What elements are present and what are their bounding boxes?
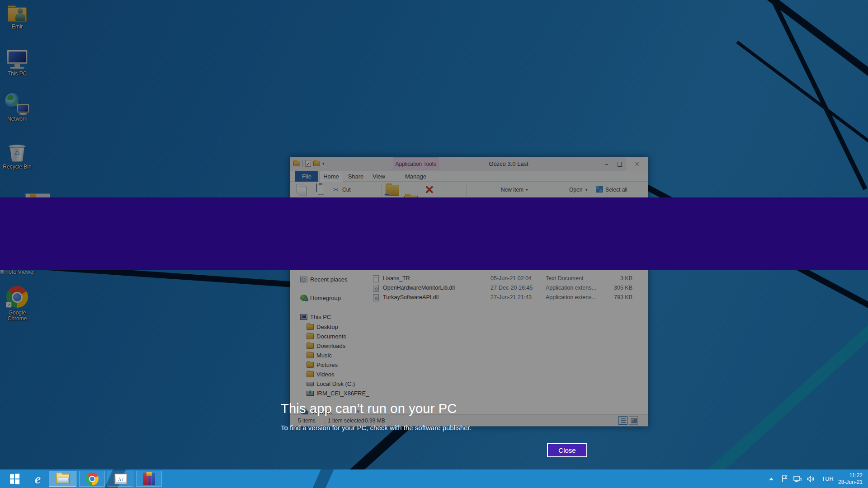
network-status-icon[interactable] <box>793 475 802 483</box>
app-cant-run-banner: This app can’t run on your PC To find a … <box>0 197 868 270</box>
banner-subtitle: To find a version for your PC, check wit… <box>281 424 472 432</box>
action-center-flag-icon[interactable] <box>781 475 789 483</box>
chrome-icon <box>86 473 99 485</box>
taskbar-hardware-monitor[interactable] <box>108 471 133 487</box>
clock-date: 28-Jun-21 <box>838 479 863 486</box>
start-button[interactable] <box>5 469 24 488</box>
close-button[interactable]: Close <box>547 443 587 457</box>
show-hidden-icons-icon[interactable] <box>769 478 774 480</box>
start-icon <box>10 474 19 484</box>
taskbar-file-explorer[interactable] <box>49 471 76 487</box>
taskbar: e TUR 11:22 28-Ju <box>0 469 868 488</box>
clock-time: 11:22 <box>838 472 863 479</box>
system-tray: TUR 11:22 28-Jun-21 <box>769 469 868 488</box>
volume-icon[interactable] <box>806 475 815 483</box>
hardware-monitor-icon <box>114 474 127 484</box>
clock[interactable]: 11:22 28-Jun-21 <box>838 472 863 486</box>
language-indicator[interactable]: TUR <box>821 475 834 482</box>
file-explorer-icon <box>56 474 70 484</box>
winrar-icon <box>143 473 155 485</box>
taskbar-internet-explorer[interactable]: e <box>25 471 51 487</box>
screen: Emir This PC Network ♺ Recycle Bin hoto … <box>0 0 868 488</box>
banner-title: This app can’t run on your PC <box>281 401 457 416</box>
taskbar-winrar[interactable] <box>136 471 162 487</box>
taskbar-chrome[interactable] <box>79 471 105 487</box>
internet-explorer-icon: e <box>35 471 41 487</box>
